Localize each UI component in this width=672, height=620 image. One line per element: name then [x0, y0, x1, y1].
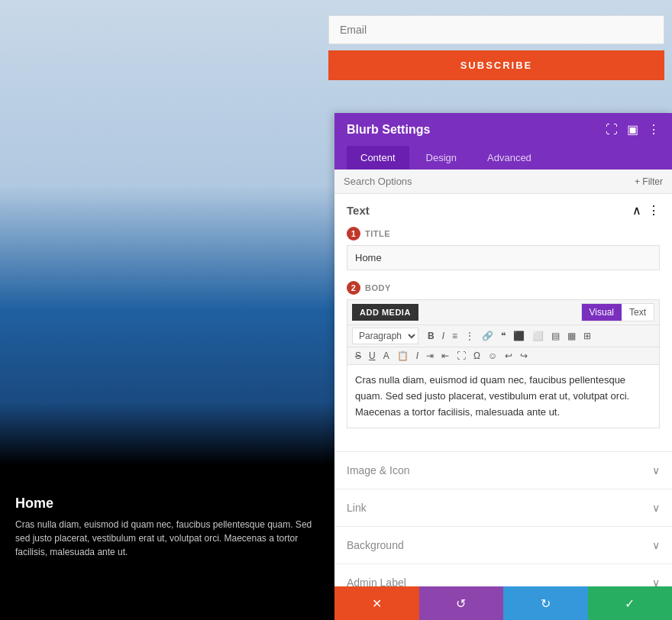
background-chevron: ∨: [652, 539, 660, 551]
strikethrough-button[interactable]: S: [352, 350, 364, 362]
toolbar-row3: S U A 📋 I ⇥ ⇤ ⛶ Ω ☺ ↩ ↪: [347, 347, 659, 364]
link-title: Link: [347, 502, 367, 514]
link-section[interactable]: Link ∨: [334, 489, 672, 527]
bold-button[interactable]: B: [425, 330, 438, 342]
text-section: Text ∧ ⋮ 1 Title 2: [334, 194, 672, 452]
italic2-button[interactable]: I: [413, 350, 422, 362]
visual-text-toggle: Visual Text: [581, 303, 654, 321]
title-badge: 1: [347, 227, 360, 241]
search-input[interactable]: [344, 176, 628, 187]
title-input[interactable]: [347, 245, 660, 270]
close-button[interactable]: ✕: [334, 586, 419, 620]
background-title: Background: [347, 539, 404, 551]
blurb-settings-panel: Blurb Settings ⛶ ▣ ⋮ Content Design Adva…: [334, 113, 672, 620]
justify-button[interactable]: ▦: [564, 330, 579, 342]
underline-button[interactable]: U: [366, 350, 379, 362]
add-media-button[interactable]: ADD MEDIA: [352, 304, 418, 321]
content-body: Cras nulla diam, euismod id quam nec, fa…: [15, 518, 313, 559]
panel-tabs: Content Design Advanced: [334, 146, 672, 170]
panel-header: Blurb Settings ⛶ ▣ ⋮: [334, 113, 672, 146]
editor-content[interactable]: Cras nulla diam, euismod id quam nec, fa…: [347, 364, 659, 428]
table-button[interactable]: ⊞: [580, 330, 594, 342]
outdent-button[interactable]: ⇤: [438, 350, 452, 362]
visual-tab[interactable]: Visual: [582, 304, 622, 321]
email-input[interactable]: [328, 15, 664, 44]
redo-editor-button[interactable]: ↪: [517, 350, 531, 362]
body-field: 2 Body ADD MEDIA Visual Text: [347, 281, 660, 428]
align-right-button[interactable]: ▤: [548, 330, 563, 342]
undo-editor-button[interactable]: ↩: [502, 350, 515, 362]
toolbar-row2: Paragraph B I ≡ ⋮ 🔗 ❝ ⬛ ⬜ ▤ ▦: [347, 325, 659, 347]
align-left-button[interactable]: ⬛: [510, 330, 528, 342]
blockquote-button[interactable]: ❝: [498, 330, 509, 342]
action-bar: ✕ ↺ ↻ ✓: [334, 586, 672, 620]
image-icon-chevron: ∨: [652, 464, 660, 476]
ordered-list-button[interactable]: ⋮: [462, 330, 477, 342]
background-section[interactable]: Background ∨: [334, 527, 672, 564]
page-content: Home Cras nulla diam, euismod id quam ne…: [15, 496, 313, 559]
filter-button[interactable]: + Filter: [635, 176, 663, 187]
title-field: 1 Title: [347, 227, 660, 270]
italic-button[interactable]: I: [439, 330, 447, 342]
image-icon-title: Image & Icon: [347, 464, 410, 476]
collapse-icon[interactable]: ∧: [632, 203, 641, 218]
save-button[interactable]: ✓: [588, 586, 673, 620]
tab-content[interactable]: Content: [347, 146, 409, 170]
text-section-body: 1 Title 2 Body ADD MEDIA: [334, 227, 672, 451]
text-tab[interactable]: Text: [622, 304, 654, 321]
font-color-button[interactable]: A: [380, 350, 393, 362]
special-char-button[interactable]: Ω: [470, 350, 483, 362]
panels-icon[interactable]: ▣: [627, 122, 638, 137]
subscribe-area: SUBSCRIBE: [321, 15, 672, 80]
paste-button[interactable]: 📋: [394, 350, 412, 362]
panel-title: Blurb Settings: [347, 123, 430, 137]
panel-header-icons: ⛶ ▣ ⋮: [606, 122, 660, 137]
text-section-title: Text: [347, 204, 370, 217]
undo-button[interactable]: ↺: [419, 586, 504, 620]
indent-button[interactable]: ⇥: [423, 350, 437, 362]
text-section-controls: ∧ ⋮: [632, 203, 660, 218]
editor-toolbar: ADD MEDIA Visual Text Paragraph: [347, 299, 660, 428]
body-label: 2 Body: [347, 281, 660, 295]
fullscreen-button[interactable]: ⛶: [454, 350, 469, 362]
tab-design[interactable]: Design: [412, 146, 470, 170]
format-select[interactable]: Paragraph: [352, 328, 418, 344]
content-title: Home: [15, 496, 313, 512]
subscribe-button[interactable]: SUBSCRIBE: [328, 50, 664, 80]
search-bar: + Filter: [334, 170, 672, 194]
emoji-button[interactable]: ☺: [485, 350, 500, 362]
toolbar-row1: ADD MEDIA Visual Text: [347, 300, 659, 325]
text-section-header: Text ∧ ⋮: [334, 194, 672, 227]
tab-advanced[interactable]: Advanced: [473, 146, 545, 170]
more-icon[interactable]: ⋮: [648, 122, 660, 137]
body-badge: 2: [347, 281, 360, 295]
panel-body: Text ∧ ⋮ 1 Title 2: [334, 194, 672, 593]
link-chevron: ∨: [652, 502, 660, 514]
redo-button[interactable]: ↻: [503, 586, 588, 620]
text-section-more-icon[interactable]: ⋮: [648, 203, 660, 218]
unordered-list-button[interactable]: ≡: [449, 330, 460, 342]
align-center-button[interactable]: ⬜: [529, 330, 547, 342]
link-button[interactable]: 🔗: [479, 330, 496, 342]
title-label: 1 Title: [347, 227, 660, 241]
image-icon-section[interactable]: Image & Icon ∨: [334, 452, 672, 489]
expand-icon[interactable]: ⛶: [606, 123, 618, 137]
